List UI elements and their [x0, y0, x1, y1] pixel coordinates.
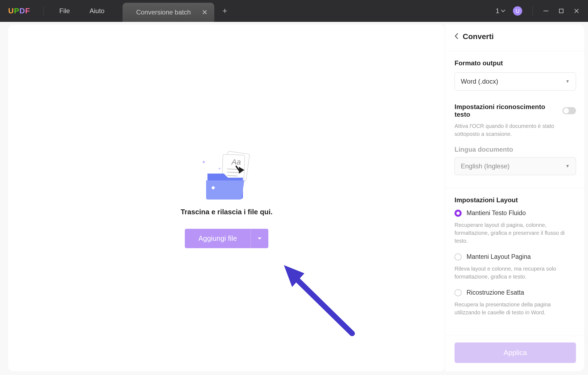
radio-icon: [455, 210, 462, 217]
back-button[interactable]: [455, 33, 458, 40]
menu-file[interactable]: File: [49, 7, 80, 15]
document-language-label: Lingua documento: [455, 146, 576, 153]
radio-label: Ricostruzione Esatta: [467, 289, 524, 296]
layout-option-page[interactable]: Manteni Layout Pagina: [455, 253, 576, 260]
svg-text:✦: ✦: [218, 166, 221, 171]
titlebar: UPDF File Aiuto Conversione batch ✕ + 1 …: [0, 0, 588, 22]
add-file-button[interactable]: Aggiungi file: [185, 229, 269, 248]
layout-option-desc: Recuperare layout di pagina, colonne, fo…: [455, 221, 576, 245]
drop-instruction: Trascina e rilascia i file qui.: [181, 208, 273, 216]
ocr-toggle[interactable]: [562, 107, 576, 114]
svg-line-7: [227, 175, 237, 176]
folder-illustration: Aa ✦ ✦: [197, 148, 257, 200]
document-language-select[interactable]: English (Inglese) ▼: [455, 157, 576, 175]
output-format-value: Word (.docx): [461, 78, 498, 85]
svg-text:✦: ✦: [201, 159, 206, 165]
svg-text:Aa: Aa: [231, 158, 241, 166]
window-count-dropdown[interactable]: 1: [493, 7, 508, 15]
caret-down-icon: ▼: [565, 79, 570, 84]
minimize-button[interactable]: [538, 5, 554, 16]
radio-icon: [455, 289, 462, 296]
close-icon: [574, 8, 579, 13]
menu-help[interactable]: Aiuto: [80, 7, 114, 15]
caret-down-icon: [257, 237, 262, 240]
radio-label: Mantieni Testo Fluido: [467, 209, 526, 217]
ocr-description: Attiva l'OCR quando il documento è stato…: [455, 122, 576, 138]
divider: [445, 188, 585, 188]
divider: [445, 51, 585, 51]
drop-zone[interactable]: Aa ✦ ✦ Trascina e rilascia i file qui. A…: [8, 25, 445, 371]
ocr-settings-label: Impostazioni riconoscimento testo: [455, 103, 562, 118]
svg-rect-1: [559, 9, 563, 13]
maximize-icon: [559, 9, 563, 13]
radio-icon: [455, 253, 462, 260]
app-logo: UPDF: [0, 7, 38, 15]
svg-rect-0: [544, 11, 548, 11]
arrow-annotation: [278, 260, 360, 342]
tab-title: Conversione batch: [136, 8, 191, 16]
divider: [533, 6, 533, 16]
maximize-button[interactable]: [554, 5, 569, 16]
layout-option-flowing[interactable]: Mantieni Testo Fluido: [455, 209, 576, 217]
layout-option-desc: Recupera la presentazione della pagina u…: [455, 301, 576, 317]
avatar[interactable]: U: [513, 6, 522, 16]
divider: [445, 336, 585, 336]
panel-title: Converti: [463, 32, 494, 41]
close-window-button[interactable]: [569, 5, 584, 16]
new-tab-button[interactable]: +: [222, 6, 227, 16]
caret-down-icon: ▼: [565, 164, 570, 169]
chevron-down-icon: [501, 10, 505, 12]
close-icon[interactable]: ✕: [202, 8, 208, 17]
layout-option-desc: Rileva layout e colonne, ma recupera sol…: [455, 265, 576, 281]
document-language-value: English (Inglese): [461, 162, 510, 170]
layout-option-exact[interactable]: Ricostruzione Esatta: [455, 289, 576, 296]
add-file-label: Aggiungi file: [185, 229, 251, 248]
layout-settings-label: Impostazioni Layout: [455, 196, 576, 204]
output-format-label: Formato output: [455, 59, 576, 67]
divider: [44, 6, 44, 16]
radio-label: Manteni Layout Pagina: [467, 253, 531, 260]
minimize-icon: [544, 11, 548, 11]
tab-batch-conversion[interactable]: Conversione batch ✕: [123, 3, 214, 22]
apply-button[interactable]: Applica: [455, 342, 576, 363]
add-file-dropdown[interactable]: [251, 229, 268, 248]
convert-panel: Converti Formato output Word (.docx) ▼ I…: [445, 25, 584, 371]
chevron-left-icon: [455, 33, 458, 39]
output-format-select[interactable]: Word (.docx) ▼: [455, 72, 576, 90]
